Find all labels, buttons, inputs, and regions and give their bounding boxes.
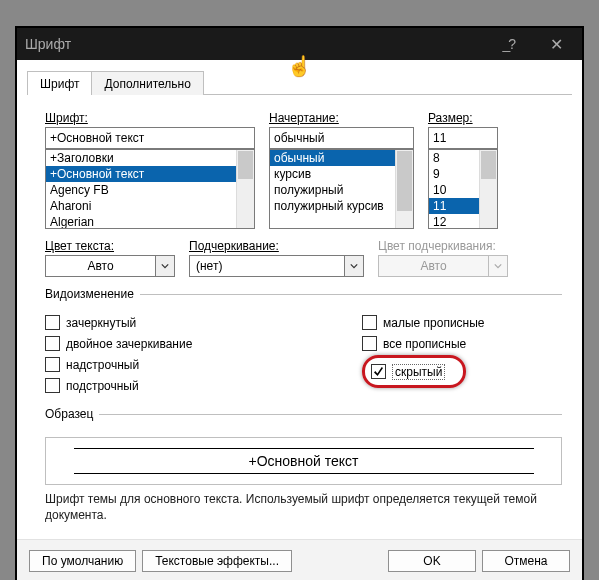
- sample-preview: +Основной текст: [45, 437, 562, 485]
- list-item[interactable]: полужирный курсив: [270, 198, 413, 214]
- chevron-down-icon[interactable]: [344, 255, 364, 277]
- chk-smallcaps[interactable]: малые прописные: [362, 313, 562, 332]
- tab-advanced[interactable]: Дополнительно: [91, 71, 203, 95]
- label-font-color: Цвет текста:: [45, 239, 175, 253]
- font-color-combo[interactable]: Авто: [45, 255, 175, 277]
- chk-subscript[interactable]: подстрочный: [45, 376, 362, 395]
- text-effects-button[interactable]: Текстовые эффекты...: [142, 550, 292, 572]
- style-listbox[interactable]: обычный курсив полужирный полужирный кур…: [269, 149, 414, 229]
- window-title: Шрифт: [25, 36, 502, 52]
- underline-color-combo: Авто: [378, 255, 508, 277]
- help-icon[interactable]: _?: [502, 36, 514, 52]
- font-listbox[interactable]: +Заголовки +Основной текст Agency FB Aha…: [45, 149, 255, 229]
- size-input[interactable]: [428, 127, 498, 149]
- sample-hint: Шрифт темы для основного текста. Использ…: [45, 491, 562, 523]
- label-font: Шрифт:: [45, 111, 255, 125]
- font-dialog: Шрифт _? ✕ ☝ Шрифт Дополнительно Шрифт: …: [15, 26, 584, 580]
- scrollbar[interactable]: [236, 150, 254, 228]
- chevron-down-icon: [488, 255, 508, 277]
- dialog-footer: По умолчанию Текстовые эффекты... OK Отм…: [17, 539, 582, 580]
- size-listbox[interactable]: 8 9 10 11 12: [428, 149, 498, 229]
- sample-legend: Образец: [45, 407, 99, 421]
- default-button[interactable]: По умолчанию: [29, 550, 136, 572]
- sample-group: Образец +Основной текст Шрифт темы для о…: [45, 407, 562, 525]
- list-item[interactable]: +Заголовки: [46, 150, 254, 166]
- scrollbar[interactable]: [395, 150, 413, 228]
- underline-combo[interactable]: (нет): [189, 255, 364, 277]
- chk-dstrike[interactable]: двойное зачеркивание: [45, 334, 362, 353]
- label-size: Размер:: [428, 111, 498, 125]
- checkbox-checked-icon[interactable]: [371, 364, 386, 379]
- list-item[interactable]: полужирный: [270, 182, 413, 198]
- label-underline: Подчеркивание:: [189, 239, 364, 253]
- scrollbar[interactable]: [479, 150, 497, 228]
- list-item[interactable]: обычный: [270, 150, 413, 166]
- ok-button[interactable]: OK: [388, 550, 476, 572]
- list-item[interactable]: Aharoni: [46, 198, 254, 214]
- list-item[interactable]: курсив: [270, 166, 413, 182]
- chk-allcaps[interactable]: все прописные: [362, 334, 562, 353]
- close-icon[interactable]: ✕: [538, 35, 574, 54]
- chk-superscript[interactable]: надстрочный: [45, 355, 362, 374]
- title-bar[interactable]: Шрифт _? ✕ ☝: [17, 28, 582, 60]
- tab-bar: Шрифт Дополнительно: [27, 70, 572, 95]
- font-input[interactable]: [45, 127, 255, 149]
- list-item[interactable]: Agency FB: [46, 182, 254, 198]
- label-style: Начертание:: [269, 111, 414, 125]
- chevron-down-icon[interactable]: [155, 255, 175, 277]
- chk-hidden[interactable]: скрытый: [371, 362, 445, 381]
- list-item[interactable]: Algerian: [46, 214, 254, 229]
- style-input[interactable]: [269, 127, 414, 149]
- highlight-hidden: скрытый: [362, 355, 466, 388]
- effects-group: Видоизменение зачеркнутый двойное зачерк…: [45, 287, 562, 397]
- list-item[interactable]: +Основной текст: [46, 166, 254, 182]
- chk-strike[interactable]: зачеркнутый: [45, 313, 362, 332]
- sample-text: +Основной текст: [74, 448, 534, 474]
- label-underline-color: Цвет подчеркивания:: [378, 239, 508, 253]
- cancel-button[interactable]: Отмена: [482, 550, 570, 572]
- effects-legend: Видоизменение: [45, 287, 140, 301]
- panel-font: Шрифт: +Заголовки +Основной текст Agency…: [17, 95, 582, 539]
- tab-font[interactable]: Шрифт: [27, 71, 92, 95]
